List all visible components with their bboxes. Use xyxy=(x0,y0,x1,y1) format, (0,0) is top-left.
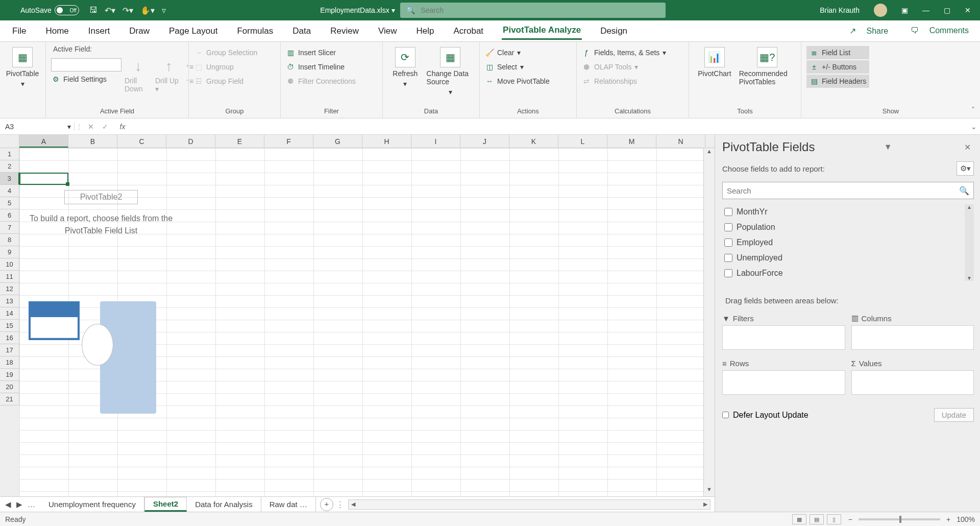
col-header-k[interactable]: K xyxy=(509,135,558,148)
plus-minus-toggle[interactable]: ±+/- Buttons xyxy=(806,60,869,74)
row-header-16[interactable]: 16 xyxy=(0,332,19,344)
search-box[interactable]: 🔍 xyxy=(400,3,666,18)
tab-draw[interactable]: Draw xyxy=(128,23,151,39)
touch-mode-icon[interactable]: ✋▾ xyxy=(140,6,155,15)
pivottable-button[interactable]: ▦PivotTable▾ xyxy=(5,44,40,88)
area-rows[interactable]: ≡Rows xyxy=(722,356,845,395)
formula-input[interactable] xyxy=(133,123,980,130)
col-header-c[interactable]: C xyxy=(117,135,166,148)
row-header-11[interactable]: 11 xyxy=(0,271,19,283)
col-header-h[interactable]: H xyxy=(362,135,411,148)
area-filters[interactable]: ▼Filters xyxy=(722,311,845,350)
sheet-tab-unemployment[interactable]: Unemployment frequency xyxy=(40,497,144,512)
col-header-f[interactable]: F xyxy=(264,135,313,148)
maximize-icon[interactable]: ▢ xyxy=(944,6,950,14)
horizontal-scrollbar[interactable]: ◀▶ xyxy=(348,499,710,510)
pane-search[interactable]: 🔍 xyxy=(722,182,974,199)
enter-formula-icon[interactable]: ✓ xyxy=(98,123,112,131)
field-checkbox[interactable] xyxy=(724,208,732,216)
zoom-slider[interactable] xyxy=(859,518,940,520)
share-button[interactable]: ↗ Share xyxy=(841,26,888,36)
tab-help[interactable]: Help xyxy=(415,23,435,39)
field-checkbox[interactable] xyxy=(724,223,732,231)
row-header-19[interactable]: 19 xyxy=(0,369,19,381)
defer-checkbox[interactable] xyxy=(722,412,729,418)
save-icon[interactable]: 🖫 xyxy=(89,6,97,15)
col-header-m[interactable]: M xyxy=(607,135,656,148)
field-employed[interactable]: Employed xyxy=(722,235,974,250)
row-header-4[interactable]: 4 xyxy=(0,185,19,197)
fields-items-sets-button[interactable]: ƒFields, Items, & Sets ▾ xyxy=(582,46,666,59)
sheet-tab-raw-data[interactable]: Raw dat … xyxy=(261,497,316,512)
comments-button[interactable]: 🗨 Comments xyxy=(902,26,969,36)
col-header-b[interactable]: B xyxy=(68,135,117,148)
field-unemployed[interactable]: Unemployed xyxy=(722,250,974,266)
pane-search-input[interactable] xyxy=(727,186,959,195)
tab-pivottable-analyze[interactable]: PivotTable Analyze xyxy=(502,22,582,40)
view-normal-icon[interactable]: ▦ xyxy=(792,514,806,524)
row-header-18[interactable]: 18 xyxy=(0,356,19,369)
row-header-5[interactable]: 5 xyxy=(0,197,19,209)
sheet-tab-sheet2[interactable]: Sheet2 xyxy=(144,497,187,512)
recommended-pivottables-button[interactable]: ▦?Recommended PivotTables xyxy=(739,44,796,86)
autosave-toggle[interactable]: Off xyxy=(55,5,79,15)
tab-page-layout[interactable]: Page Layout xyxy=(168,23,218,39)
col-header-l[interactable]: L xyxy=(558,135,607,148)
pivotchart-button[interactable]: 📊PivotChart xyxy=(694,44,735,78)
scroll-right-icon[interactable]: ▶ xyxy=(701,500,710,509)
field-monthyr[interactable]: MonthYr xyxy=(722,204,974,220)
tab-nav-prev-icon[interactable]: ◀ xyxy=(5,500,11,509)
tab-home[interactable]: Home xyxy=(44,23,69,39)
select-button[interactable]: ◫Select ▾ xyxy=(485,60,550,74)
tab-insert[interactable]: Insert xyxy=(87,23,111,39)
change-data-source-button[interactable]: ▦Change Data Source ▾ xyxy=(427,44,474,96)
field-checkbox[interactable] xyxy=(724,238,732,247)
col-header-i[interactable]: I xyxy=(411,135,460,148)
redo-icon[interactable]: ↷▾ xyxy=(122,6,133,15)
field-headers-toggle[interactable]: ▤Field Headers xyxy=(806,75,869,88)
row-header-2[interactable]: 2 xyxy=(0,160,19,173)
vertical-scrollbar[interactable]: ▲▼ xyxy=(703,148,715,496)
search-input[interactable] xyxy=(421,6,510,14)
select-all-corner[interactable] xyxy=(0,135,19,148)
row-header-12[interactable]: 12 xyxy=(0,283,19,295)
field-checkbox[interactable] xyxy=(724,254,732,262)
cancel-formula-icon[interactable]: ✕ xyxy=(84,123,98,131)
row-header-9[interactable]: 9 xyxy=(0,246,19,258)
tab-view[interactable]: View xyxy=(377,23,398,39)
scroll-up-icon[interactable]: ▲ xyxy=(704,148,715,158)
file-name[interactable]: EmploymentData.xlsx ▾ xyxy=(320,6,395,14)
row-header-8[interactable]: 8 xyxy=(0,234,19,246)
minimize-icon[interactable]: ― xyxy=(922,6,929,14)
clear-button[interactable]: 🧹Clear ▾ xyxy=(485,46,550,59)
area-columns[interactable]: ▥Columns xyxy=(851,311,974,350)
row-header-17[interactable]: 17 xyxy=(0,344,19,356)
row-header-15[interactable]: 15 xyxy=(0,320,19,332)
zoom-in-icon[interactable]: + xyxy=(946,515,950,523)
col-header-g[interactable]: G xyxy=(313,135,362,148)
row-header-3[interactable]: 3 xyxy=(0,173,19,185)
tab-design[interactable]: Design xyxy=(599,23,628,39)
col-header-n[interactable]: N xyxy=(656,135,705,148)
view-page-layout-icon[interactable]: ▤ xyxy=(810,514,824,524)
expand-formula-bar-icon[interactable]: ⌄ xyxy=(971,123,977,131)
row-header-14[interactable]: 14 xyxy=(0,307,19,320)
insert-timeline-button[interactable]: ⏱Insert Timeline xyxy=(286,60,356,74)
tab-data[interactable]: Data xyxy=(291,23,312,39)
user-avatar-icon[interactable] xyxy=(874,4,887,17)
undo-icon[interactable]: ↶▾ xyxy=(105,6,115,15)
row-header-21[interactable]: 21 xyxy=(0,393,19,405)
close-icon[interactable]: ✕ xyxy=(965,6,971,14)
row-header-20[interactable]: 20 xyxy=(0,381,19,393)
user-name[interactable]: Brian Krauth xyxy=(820,6,860,14)
sheet-tab-data-analysis[interactable]: Data for Analysis xyxy=(187,497,261,512)
row-header-7[interactable]: 7 xyxy=(0,222,19,234)
pane-settings-button[interactable]: ⚙▾ xyxy=(957,161,974,176)
field-population[interactable]: Population xyxy=(722,220,974,235)
view-page-break-icon[interactable]: ▯ xyxy=(827,514,841,524)
scroll-down-icon[interactable]: ▼ xyxy=(704,486,715,496)
qat-dropdown-icon[interactable]: ▿ xyxy=(162,6,166,15)
cell-grid[interactable]: PivotTable2 To build a report, choose fi… xyxy=(19,148,703,496)
col-header-e[interactable]: E xyxy=(215,135,264,148)
tab-formulas[interactable]: Formulas xyxy=(236,23,274,39)
